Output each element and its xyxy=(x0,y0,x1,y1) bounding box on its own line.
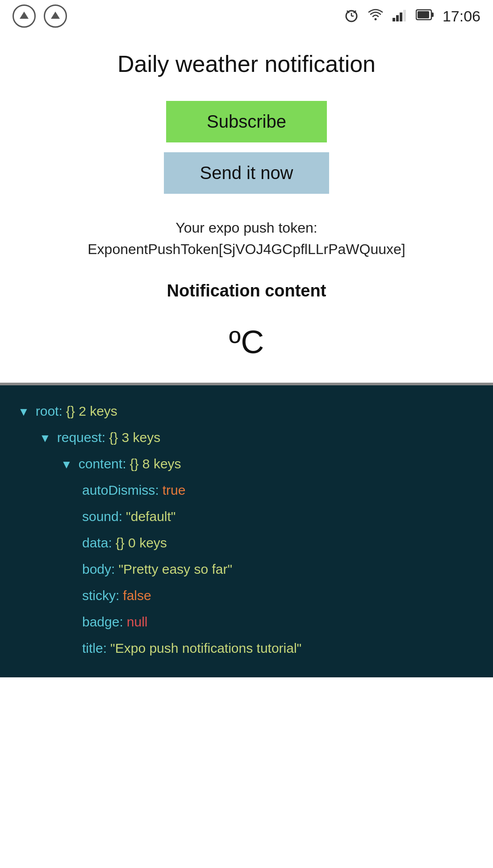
push-token-label: Your expo push token: xyxy=(175,220,317,236)
debug-panel: ▼ root: {} 2 keys▼ request: {} 3 keys▼ c… xyxy=(0,385,493,677)
debug-key: title xyxy=(82,637,103,659)
status-time: 17:06 xyxy=(443,8,480,25)
svg-rect-8 xyxy=(400,13,402,21)
debug-key: root xyxy=(36,400,59,422)
subscribe-button[interactable]: Subscribe xyxy=(166,101,327,142)
page-title: Daily weather notification xyxy=(117,50,376,78)
svg-rect-6 xyxy=(393,18,395,21)
debug-line: title: "Expo push notifications tutorial… xyxy=(18,637,475,659)
svg-point-5 xyxy=(374,18,376,21)
push-token-value: ExponentPushToken[SjVOJ4GCpflLLrPaWQuuxe… xyxy=(88,241,405,257)
debug-line: ▼ request: {} 3 keys xyxy=(18,426,475,449)
debug-key: data xyxy=(82,531,108,554)
send-now-button[interactable]: Send it now xyxy=(164,152,329,194)
debug-colon: : xyxy=(111,558,115,580)
debug-value: "default" xyxy=(126,505,175,528)
svg-rect-12 xyxy=(418,11,429,18)
status-right-icons: 17:06 xyxy=(343,7,480,25)
debug-line: ▼ root: {} 2 keys xyxy=(18,400,475,422)
debug-colon: : xyxy=(103,637,107,659)
debug-key: sound xyxy=(82,505,119,528)
debug-key: body xyxy=(82,558,111,580)
debug-value: {} 0 keys xyxy=(116,531,167,554)
signal-icon xyxy=(392,7,408,25)
debug-value: true xyxy=(163,479,186,501)
debug-colon: : xyxy=(155,479,159,501)
debug-key: sticky xyxy=(82,584,116,607)
debug-arrow: ▼ xyxy=(18,402,29,421)
debug-colon: : xyxy=(119,505,122,528)
battery-icon xyxy=(416,7,435,25)
svg-rect-11 xyxy=(431,13,434,17)
debug-colon: : xyxy=(116,584,119,607)
debug-line: badge: null xyxy=(18,610,475,633)
debug-arrow: ▼ xyxy=(61,455,72,474)
svg-rect-9 xyxy=(403,10,406,21)
debug-key: request xyxy=(57,426,102,449)
alarm-icon xyxy=(343,7,359,25)
debug-colon: : xyxy=(58,400,62,422)
temperature-display: ºC xyxy=(229,324,264,360)
debug-key: content xyxy=(79,452,122,475)
debug-arrow: ▼ xyxy=(39,428,51,448)
debug-colon: : xyxy=(108,531,112,554)
debug-line: sticky: false xyxy=(18,584,475,607)
app-icon-1 xyxy=(13,4,36,28)
app-icon-2 xyxy=(44,4,67,28)
wifi-icon xyxy=(368,7,384,25)
svg-rect-7 xyxy=(396,15,399,21)
debug-line: ▼ content: {} 8 keys xyxy=(18,452,475,475)
debug-value: {} 8 keys xyxy=(130,452,181,475)
debug-line: data: {} 0 keys xyxy=(18,531,475,554)
status-bar: 17:06 xyxy=(0,0,493,32)
debug-colon: : xyxy=(122,452,126,475)
push-token-display: Your expo push token: ExponentPushToken[… xyxy=(88,217,405,260)
debug-value: {} 2 keys xyxy=(66,400,117,422)
debug-value: "Expo push notifications tutorial" xyxy=(110,637,301,659)
debug-key: badge xyxy=(82,610,119,633)
debug-colon: : xyxy=(102,426,105,449)
debug-colon: : xyxy=(119,610,123,633)
app-content: Daily weather notification Subscribe Sen… xyxy=(0,32,493,378)
debug-value: null xyxy=(127,610,148,633)
debug-value: "Pretty easy so far" xyxy=(118,558,232,580)
debug-key: autoDismiss xyxy=(82,479,155,501)
debug-value: false xyxy=(123,584,151,607)
notification-content-label: Notification content xyxy=(167,281,326,300)
debug-value: {} 3 keys xyxy=(109,426,160,449)
debug-line: autoDismiss: true xyxy=(18,479,475,501)
debug-line: body: "Pretty easy so far" xyxy=(18,558,475,580)
debug-line: sound: "default" xyxy=(18,505,475,528)
status-left-icons xyxy=(13,4,67,28)
